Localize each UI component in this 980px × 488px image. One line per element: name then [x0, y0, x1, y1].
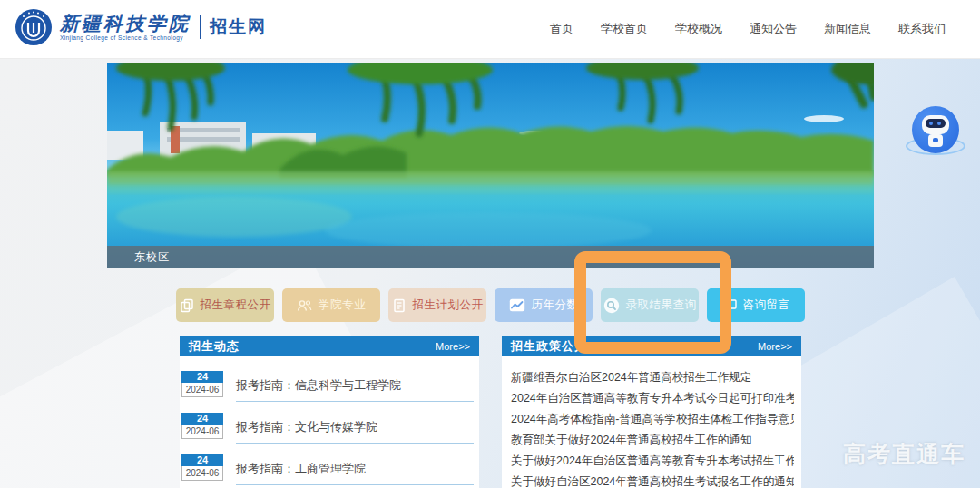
policy-item[interactable]: 2024年高考体检指南-普通高等学校招生体检工作指导意见: [511, 412, 794, 427]
site-name: 招生网: [210, 15, 267, 39]
badge-date: 2024-06: [181, 466, 223, 481]
campus-photo: [107, 63, 874, 268]
policy-panel: 招生政策公开 More>> 新疆维吾尔自治区2024年普通高校招生工作规定 20…: [502, 336, 801, 488]
divider: [236, 443, 474, 444]
badge-day: 24: [181, 371, 223, 383]
policy-item[interactable]: 关于做好2024年自治区普通高等教育专升本考试招生工作的通知: [511, 454, 794, 469]
main-nav: 首页 学校首页 学校概况 通知公告 新闻信息 联系我们: [550, 0, 946, 58]
admission-plan-button[interactable]: 招生计划公开: [388, 288, 486, 322]
policy-item[interactable]: 2024年自治区普通高等教育专升本考试今日起可打印准考证: [511, 391, 794, 406]
news-panel-title: 招生动态: [189, 338, 240, 355]
news-item[interactable]: 24 2024-06 报考指南：工商管理学院: [181, 454, 475, 485]
banner-caption: 东校区: [107, 246, 874, 268]
chat-assistant-robot-button[interactable]: [909, 104, 962, 159]
document-copy-icon: [180, 298, 194, 313]
watermark-text: 高考直通车: [843, 439, 965, 469]
divider: [236, 401, 474, 402]
highlight-box-annotation: [574, 251, 731, 354]
robot-visor: [926, 119, 946, 128]
news-title[interactable]: 报考指南：文化与传媒学院: [236, 419, 377, 435]
robot-eye: [937, 122, 941, 125]
divider: [236, 484, 474, 485]
news-more-link[interactable]: More>>: [436, 341, 470, 352]
badge-day: 24: [181, 454, 223, 466]
nav-notices[interactable]: 通知公告: [750, 21, 797, 37]
nav-contact[interactable]: 联系我们: [898, 21, 946, 37]
robot-body: [928, 134, 943, 147]
date-badge: 24 2024-06: [181, 413, 223, 439]
button-label: 学院专业: [318, 298, 366, 313]
policy-item[interactable]: 新疆维吾尔自治区2024年普通高校招生工作规定: [511, 370, 794, 386]
college-name-en: Xinjiang College of Science & Technology: [60, 34, 191, 41]
news-item[interactable]: 24 2024-06 报考指南：文化与传媒学院: [181, 413, 475, 444]
button-label: 招生章程公开: [201, 298, 271, 313]
button-label: 历年分数: [532, 298, 579, 313]
top-header: 新疆科技学院 Xinjiang College of Science & Tec…: [0, 0, 980, 59]
badge-day: 24: [181, 413, 223, 425]
college-name: 新疆科技学院: [60, 14, 191, 34]
college-name-block: 新疆科技学院 Xinjiang College of Science & Tec…: [60, 14, 191, 41]
badge-date: 2024-06: [181, 383, 223, 397]
nav-school-overview[interactable]: 学校概况: [675, 21, 722, 37]
robot-chest: [933, 138, 938, 142]
site-logo[interactable]: 新疆科技学院 Xinjiang College of Science & Tec…: [15, 8, 267, 46]
news-title[interactable]: 报考指南：工商管理学院: [236, 461, 366, 477]
logo-divider: [200, 15, 201, 39]
news-item[interactable]: 24 2024-06 报考指南：信息科学与工程学院: [181, 371, 475, 402]
nav-school-home[interactable]: 学校首页: [601, 21, 648, 37]
line-chart-icon: [509, 298, 525, 312]
nav-news[interactable]: 新闻信息: [824, 21, 871, 37]
robot-face-icon: [922, 115, 949, 134]
news-title[interactable]: 报考指南：信息科学与工程学院: [236, 377, 401, 394]
date-badge: 24 2024-06: [181, 371, 223, 397]
admission-charter-button[interactable]: 招生章程公开: [176, 288, 274, 322]
date-badge: 24 2024-06: [181, 454, 223, 481]
nav-home[interactable]: 首页: [550, 21, 573, 37]
policy-item[interactable]: 关于做好自治区2024年普通高校招生考试报名工作的通知: [511, 474, 794, 488]
people-icon: [297, 298, 312, 313]
page: 新疆科技学院 Xinjiang College of Science & Tec…: [0, 0, 980, 488]
policy-item[interactable]: 教育部关于做好2024年普通高校招生工作的通知: [511, 433, 794, 448]
policy-more-link[interactable]: More>>: [758, 341, 792, 352]
news-panel-header: 招生动态 More>>: [180, 336, 479, 356]
button-label: 招生计划公开: [413, 298, 484, 313]
badge-date: 2024-06: [181, 425, 223, 439]
college-seal-icon: [15, 8, 53, 46]
campus-banner[interactable]: 东校区: [107, 63, 874, 268]
college-majors-button[interactable]: 学院专业: [282, 288, 380, 322]
robot-eye: [929, 122, 933, 125]
button-label: 咨询留言: [743, 298, 790, 313]
news-panel: 招生动态 More>> 24 2024-06 报考指南：信息科学与工程学院 24…: [180, 336, 479, 488]
plan-document-icon: [392, 298, 407, 313]
